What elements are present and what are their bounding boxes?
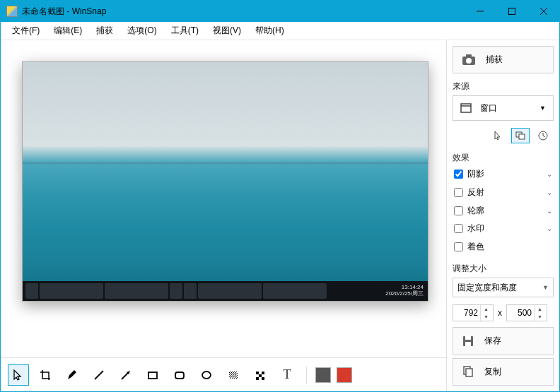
effect-reflection-checkbox[interactable]: [454, 188, 463, 197]
svg-rect-7: [175, 372, 184, 379]
effect-watermark-checkbox[interactable]: [454, 224, 463, 233]
tool-ellipse[interactable]: [196, 364, 217, 386]
toolbar-separator: [306, 367, 307, 384]
save-label: 保存: [484, 335, 501, 347]
tool-text[interactable]: T: [276, 364, 298, 386]
svg-rect-1: [508, 8, 515, 15]
svg-rect-12: [262, 372, 264, 374]
effect-watermark[interactable]: 水印⌄: [453, 221, 554, 237]
canvas-area: 13:14:24 2020/2/25/周三 T: [1, 40, 446, 391]
side-panel: 捕获 来源 窗口 ▼ 效果 阴影⌄ 反射⌄ 轮廓⌄ 水印⌄ 着色 调整大小 固定…: [446, 40, 559, 391]
drawing-toolbar: T: [1, 357, 446, 391]
effect-tint[interactable]: 着色: [453, 239, 554, 255]
menu-options[interactable]: 选项(O): [122, 23, 162, 39]
tool-rectangle[interactable]: [142, 364, 163, 386]
svg-rect-28: [465, 342, 471, 346]
menu-bar: 文件(F) 编辑(E) 捕获 选项(O) 工具(T) 视图(V) 帮助(H): [1, 22, 559, 40]
tool-pixelate[interactable]: [250, 364, 271, 386]
window-icon: [460, 103, 472, 113]
chevron-down-icon[interactable]: ⌄: [547, 170, 552, 178]
dropdown-icon: ▼: [539, 105, 546, 112]
title-bar: 未命名截图 - WinSnap: [1, 1, 559, 22]
canvas-viewport[interactable]: 13:14:24 2020/2/25/周三: [1, 40, 446, 357]
svg-line-25: [543, 136, 545, 137]
source-select[interactable]: 窗口 ▼: [453, 95, 554, 121]
width-input-box[interactable]: ▲▼: [453, 304, 494, 321]
effects-section-label: 效果: [453, 152, 554, 164]
save-button[interactable]: 保存: [453, 327, 554, 355]
close-button[interactable]: [527, 1, 559, 22]
effect-shadow[interactable]: 阴影⌄: [453, 167, 554, 182]
capture-label: 捕获: [486, 54, 503, 66]
width-input[interactable]: [453, 308, 480, 318]
menu-help[interactable]: 帮助(H): [250, 23, 290, 39]
effect-outline[interactable]: 轮廓⌄: [453, 203, 554, 218]
copy-button[interactable]: 复制: [453, 358, 554, 386]
svg-line-4: [95, 371, 103, 379]
resize-mode-select[interactable]: 固定宽度和高度 ▼: [453, 278, 554, 297]
mode-object[interactable]: [511, 128, 530, 143]
svg-point-8: [202, 372, 211, 379]
tool-arrow[interactable]: [115, 364, 136, 386]
svg-rect-30: [466, 369, 472, 376]
svg-point-18: [466, 58, 472, 64]
resize-section-label: 调整大小: [453, 263, 554, 275]
resize-mode-value: 固定宽度和高度: [457, 282, 517, 294]
copy-icon: [462, 365, 474, 378]
svg-rect-9: [229, 372, 238, 379]
tool-blur[interactable]: [223, 364, 244, 386]
svg-rect-11: [256, 372, 259, 374]
menu-view[interactable]: 视图(V): [207, 23, 247, 39]
source-value: 窗口: [480, 102, 497, 114]
tool-crop[interactable]: [35, 364, 56, 386]
tool-cursor[interactable]: [8, 364, 29, 386]
dimension-x: x: [498, 308, 502, 318]
menu-capture[interactable]: 捕获: [91, 23, 119, 39]
svg-rect-15: [262, 377, 264, 380]
chevron-down-icon[interactable]: ⌄: [547, 189, 552, 196]
tool-rounded-rect[interactable]: [169, 364, 190, 386]
effect-outline-checkbox[interactable]: [454, 206, 463, 215]
preview-date: 2020/2/25/周三: [385, 291, 424, 297]
chevron-down-icon[interactable]: ⌄: [547, 207, 552, 215]
screenshot-preview[interactable]: 13:14:24 2020/2/25/周三: [22, 61, 428, 302]
dropdown-icon: ▼: [542, 284, 549, 291]
menu-file[interactable]: 文件(F): [6, 23, 45, 39]
mode-cursor[interactable]: [489, 128, 507, 143]
save-icon: [462, 335, 474, 348]
preview-taskbar: 13:14:24 2020/2/25/周三: [23, 281, 428, 301]
source-section-label: 来源: [453, 81, 554, 93]
maximize-button[interactable]: [496, 1, 527, 22]
effect-shadow-checkbox[interactable]: [454, 170, 463, 179]
height-input-box[interactable]: ▲▼: [506, 304, 547, 321]
capture-button[interactable]: 捕获: [453, 46, 554, 73]
svg-rect-22: [519, 134, 525, 139]
tool-pen[interactable]: [62, 364, 83, 386]
minimize-button[interactable]: [464, 1, 496, 22]
effect-reflection[interactable]: 反射⌄: [453, 185, 554, 201]
tool-line[interactable]: [88, 364, 110, 386]
window-title: 未命名截图 - WinSnap: [22, 6, 464, 18]
height-input[interactable]: [507, 308, 534, 318]
width-up[interactable]: ▲: [481, 305, 491, 313]
camera-icon: [462, 54, 476, 66]
svg-rect-17: [466, 54, 472, 57]
svg-rect-6: [148, 372, 157, 379]
chevron-down-icon[interactable]: ⌄: [547, 225, 552, 232]
color-swatch-2[interactable]: [337, 367, 352, 383]
svg-rect-27: [465, 336, 471, 340]
color-swatch-1[interactable]: [315, 367, 331, 383]
copy-label: 复制: [484, 366, 501, 378]
height-up[interactable]: ▲: [535, 305, 545, 313]
svg-rect-19: [461, 104, 471, 112]
menu-tools[interactable]: 工具(T): [165, 23, 204, 39]
app-icon: [6, 6, 18, 17]
menu-edit[interactable]: 编辑(E): [48, 23, 88, 39]
height-down[interactable]: ▼: [535, 313, 545, 321]
effect-tint-checkbox[interactable]: [454, 242, 463, 251]
svg-rect-14: [256, 377, 259, 380]
mode-delay[interactable]: [534, 128, 552, 143]
width-down[interactable]: ▼: [481, 313, 491, 321]
svg-rect-13: [259, 374, 262, 377]
